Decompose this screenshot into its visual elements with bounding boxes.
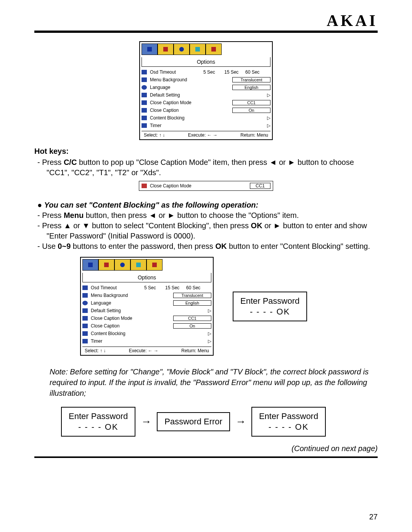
- osd-value: 60 Sec: [245, 69, 266, 75]
- osd-title: Options: [142, 57, 270, 67]
- clock-icon: [142, 123, 147, 128]
- osd-row-ccm: Close Caption Mode CC1: [142, 99, 270, 106]
- osd-label: Menu Background: [150, 77, 203, 82]
- footer-rule: [34, 456, 378, 458]
- chevron-right-icon: ▷: [267, 92, 270, 98]
- osd-tab-tools: [190, 44, 206, 55]
- osd-label: Timer: [150, 123, 203, 128]
- brand-logo: AKAI: [327, 11, 378, 30]
- hotkeys-heading: Hot keys:: [34, 146, 378, 156]
- osd-label: Close Caption: [150, 108, 203, 113]
- cb-bullet-1: Press Menu button, then press ◄ or ► but…: [47, 210, 378, 221]
- hotkeys-bullet-1: Press C/C button to pop up "Close Captio…: [47, 157, 378, 178]
- osd-label: Content Blocking: [150, 115, 203, 121]
- arrow-right-icon: →: [235, 416, 246, 428]
- chevron-right-icon: ▷: [267, 123, 270, 128]
- content-blocking-heading: You can set "Content Blocking" as the fo…: [47, 200, 378, 210]
- ccm-value: CC1: [250, 183, 270, 189]
- osd-row-default: Default Setting ▷: [142, 91, 270, 99]
- flow-enter-password-2: Enter Password - - - - OK: [251, 407, 326, 437]
- ccm-single-row: Close Caption Mode CC1: [139, 181, 273, 191]
- osd-row-content-blocking: Content Blocking ▷: [142, 114, 270, 122]
- osd-foot-select: Select: ↑ ↓: [144, 132, 165, 138]
- osd-value: 15 Sec: [224, 69, 245, 75]
- continued-label: (Continued on next page): [291, 444, 378, 453]
- osd-label: Close Caption Mode: [150, 100, 203, 105]
- osd-foot-return: Return: Menu: [240, 132, 268, 138]
- osd-title: Options: [82, 273, 211, 282]
- lock-icon: [82, 331, 88, 336]
- page-number: 27: [369, 513, 378, 521]
- header-rule: [34, 31, 378, 33]
- osd-value: 5 Sec: [203, 69, 224, 75]
- osd-tab: [82, 259, 98, 271]
- osd-tab-options: [206, 44, 222, 55]
- ccm-label: Close Caption Mode: [150, 183, 192, 189]
- chevron-right-icon: ▷: [267, 115, 270, 121]
- cb-bullet-2: Press ▲ or ▼ button to select "Content B…: [47, 221, 378, 241]
- osd-row-cc: Close Caption On: [142, 106, 270, 114]
- password-note: Note: Before setting for "Change", "Movi…: [50, 366, 378, 398]
- flow-password-error: Password Error: [157, 412, 230, 431]
- osd-label: Osd Timeout: [150, 69, 203, 75]
- osd-options-2: Options Osd Timeout5 Sec15 Sec60 Sec Men…: [80, 257, 214, 356]
- enter-password-value: - - - - OK: [240, 307, 299, 317]
- osd-valuebox: On: [232, 108, 270, 113]
- osd-valuebox: CC1: [232, 100, 270, 105]
- osd-label: Default Setting: [150, 92, 203, 98]
- osd-row-language: Language English: [142, 84, 270, 91]
- osd-tab-sound: [158, 44, 174, 55]
- osd-row-menu-bg: Menu Background Translucent: [142, 76, 270, 84]
- osd-valuebox: Translucent: [232, 77, 270, 82]
- osd-valuebox: English: [232, 85, 270, 90]
- cb-bullet-3: Use 0~9 buttons to enter the password, t…: [47, 241, 378, 251]
- osd-tab-setup: [174, 44, 190, 55]
- osd-options-1: Options Osd Timeout 5 Sec 15 Sec 60 Sec …: [139, 41, 273, 140]
- osd-row-timeout: Osd Timeout 5 Sec 15 Sec 60 Sec: [142, 68, 270, 76]
- enter-password-label: Enter Password: [240, 296, 299, 306]
- osd-tab-picture: [142, 44, 158, 55]
- clock-icon: [82, 339, 88, 343]
- osd-foot-execute: Execute: ← →: [188, 132, 217, 138]
- osd-tab: [114, 259, 130, 271]
- osd-tab: [130, 259, 146, 271]
- osd-row-timer: Timer ▷: [142, 122, 270, 129]
- osd-label: Language: [150, 85, 203, 90]
- enter-password-box: Enter Password - - - - OK: [233, 292, 307, 321]
- arrow-right-icon: →: [141, 416, 151, 428]
- lock-icon: [142, 116, 147, 120]
- osd-tab: [98, 259, 114, 271]
- flow-enter-password-1: Enter Password - - - - OK: [61, 407, 135, 437]
- osd-tab: [146, 259, 163, 271]
